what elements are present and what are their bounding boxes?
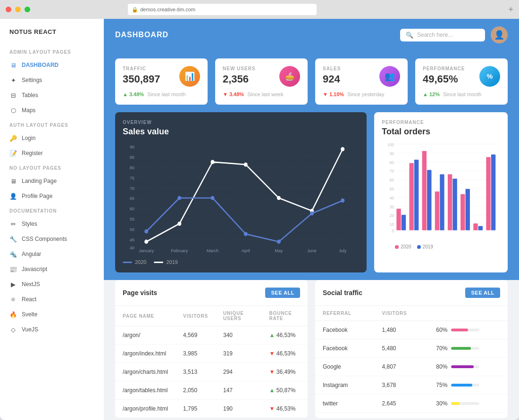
sidebar-item-profile[interactable]: 👤 Profile Page — [0, 189, 104, 204]
svg-text:90: 90 — [130, 144, 134, 149]
sidebar-item-svelte[interactable]: 🔥 Svelte — [0, 307, 104, 322]
cell-page: /argon/ — [115, 326, 176, 345]
stat-change-text: Since last month — [147, 91, 185, 97]
sidebar-item-tables[interactable]: ⊟ Tables — [0, 88, 104, 103]
sidebar-item-login[interactable]: 🔑 Login — [0, 131, 104, 146]
stat-change-text: Since last week — [247, 91, 283, 97]
sidebar-item-angular[interactable]: 🔩 Angular — [0, 247, 104, 262]
svg-rect-79 — [491, 155, 495, 231]
sidebar-item-landing[interactable]: 🖥 Landing Page — [0, 173, 104, 189]
sidebar-item-css[interactable]: 🔧 CSS Components — [0, 231, 104, 247]
svg-point-34 — [341, 147, 344, 151]
stat-text: TRAFFIC 350,897 — [123, 66, 160, 85]
bar-legend: 2020 2019 — [382, 244, 500, 249]
sales-chart-card: OVERVIEW Sales value — [115, 112, 367, 272]
svg-rect-70 — [435, 191, 439, 230]
sidebar-item-settings[interactable]: ✦ Settings — [0, 73, 104, 88]
sidebar-item-maps[interactable]: ⬡ Maps — [0, 103, 104, 118]
sidebar-item-styles[interactable]: ✏ Styles — [0, 216, 104, 231]
social-traffic-card: Social traffic SEE ALL REFERRAL VISITORS — [315, 280, 508, 418]
table-header-row: REFERRAL VISITORS — [315, 306, 508, 321]
sidebar-item-label: DASHBOARD — [22, 62, 59, 68]
stat-footer: ▲ 12% Since last month — [423, 91, 500, 97]
progress-bar — [451, 384, 479, 387]
settings-icon: ✦ — [9, 76, 17, 84]
progress-bar — [451, 329, 479, 331]
cell-visitors: 3,513 — [176, 363, 216, 381]
login-icon: 🔑 — [9, 134, 17, 142]
card-header: Page visits SEE ALL — [115, 280, 308, 306]
svg-point-29 — [177, 222, 181, 226]
svg-text:65: 65 — [130, 196, 134, 201]
progress-container: 80% — [436, 363, 500, 370]
chart-title: Sales value — [123, 127, 359, 137]
stat-card-traffic: TRAFFIC 350,897 📊 ▲ 3.48% Since last mon… — [115, 58, 208, 105]
sidebar-item-javascript[interactable]: 📰 Javascript — [0, 262, 104, 277]
sidebar-item-label: Styles — [22, 221, 37, 227]
legend-2020: 2020 — [123, 259, 146, 265]
sidebar-item-dashboard[interactable]: 🖥 DASHBOARD — [0, 58, 104, 73]
stat-label: NEW USERS — [223, 66, 256, 71]
svg-rect-69 — [427, 170, 431, 231]
sidebar-item-register[interactable]: 📝 Register — [0, 146, 104, 161]
table-row: /argon/charts.html 3,513 294 ▼ 36,49% — [115, 363, 308, 381]
social-traffic-see-all[interactable]: SEE ALL — [465, 288, 500, 298]
social-traffic-table: REFERRAL VISITORS Facebook 1,480 — [315, 306, 508, 413]
table-icon: ⊟ — [9, 91, 17, 99]
svg-rect-64 — [397, 209, 401, 231]
url-bar[interactable]: 🔒 demos.creative-tim.com — [128, 4, 317, 15]
svg-point-31 — [244, 163, 248, 167]
sidebar-item-label: Javascript — [22, 266, 47, 272]
col-visitors: VISITORS — [375, 306, 429, 321]
stat-card-users: NEW USERS 2,356 🥧 ▼ 3.48% Since last wee… — [215, 58, 308, 105]
search-box[interactable]: 🔍 Search here... — [400, 29, 485, 41]
sidebar-item-label: Register — [22, 150, 43, 156]
svg-rect-78 — [486, 157, 491, 230]
sidebar-item-label: Login — [22, 135, 35, 141]
main-content: DASHBOARD 🔍 Search here... 👤 TRAFFIC 350… — [104, 19, 519, 420]
css-icon: 🔧 — [9, 235, 17, 243]
table-row: /argon/index.html 3,985 319 ▼ 46,53% — [115, 345, 308, 363]
sidebar-section-docs: DOCUMENTATION — [0, 204, 104, 216]
next-icon: ▶ — [9, 280, 17, 288]
cell-bounce: ▼ 46,53% — [262, 345, 308, 363]
svg-rect-73 — [453, 179, 457, 231]
cell-progress: 80% — [428, 358, 508, 376]
social-traffic-title: Social traffic — [323, 289, 362, 296]
sidebar-section-admin: ADMIN LAYOUT PAGES — [0, 45, 104, 58]
cell-unique: 190 — [216, 400, 262, 418]
profile-icon: 👤 — [9, 192, 17, 200]
svg-point-37 — [210, 196, 214, 200]
close-button[interactable] — [6, 7, 11, 12]
sidebar-section-nolayout: NO LAYOUT PAGES — [0, 161, 104, 173]
col-visitors: VISITORS — [176, 306, 216, 326]
cell-visitors: 3,678 — [375, 376, 429, 395]
sidebar-item-label: Maps — [22, 107, 35, 114]
svg-text:February: February — [171, 247, 188, 253]
styles-icon: ✏ — [9, 220, 17, 228]
sidebar-item-nextjs[interactable]: ▶ NextJS — [0, 277, 104, 292]
cell-progress: 30% — [428, 395, 508, 413]
svg-text:30: 30 — [390, 205, 394, 209]
svg-text:10: 10 — [390, 222, 394, 227]
svg-text:July: July — [339, 247, 346, 253]
page-visits-see-all[interactable]: SEE ALL — [265, 288, 300, 298]
bar-dot-blue — [417, 245, 421, 249]
search-placeholder: Search here... — [417, 32, 452, 38]
sidebar-item-vuejs[interactable]: ◇ VueJS — [0, 322, 104, 337]
svg-rect-76 — [474, 223, 478, 231]
stats-row: TRAFFIC 350,897 📊 ▲ 3.48% Since last mon… — [104, 51, 519, 112]
cell-unique: 147 — [216, 381, 262, 400]
cell-referral: twitter — [315, 395, 375, 413]
new-tab-button[interactable]: + — [508, 5, 513, 15]
svg-text:April: April — [242, 247, 250, 253]
cell-visitors: 2,645 — [375, 395, 429, 413]
cell-visitors: 3,985 — [176, 345, 216, 363]
table-row: Instagram 3,678 75% — [315, 376, 508, 395]
maximize-button[interactable] — [25, 7, 30, 12]
sidebar-item-react[interactable]: ⚛ React — [0, 292, 104, 307]
minimize-button[interactable] — [15, 7, 21, 12]
progress-bar — [451, 347, 479, 350]
table-row: Facebook 1,480 60% — [315, 321, 508, 339]
cell-visitors: 1,795 — [176, 400, 216, 418]
